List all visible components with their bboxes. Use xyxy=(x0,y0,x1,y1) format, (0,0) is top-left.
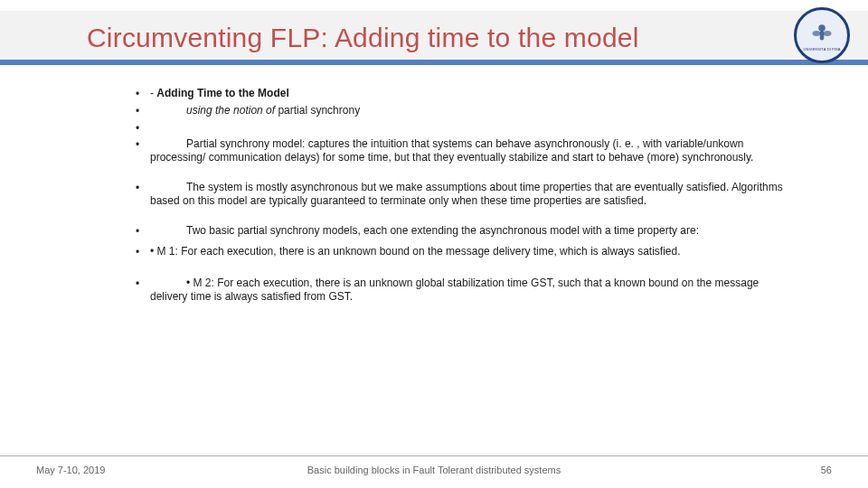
b1-bold: Adding Time to the Model xyxy=(156,87,288,99)
b5-text: Two basic partial synchrony models, each… xyxy=(150,224,796,238)
b2-italic: using the notion of xyxy=(186,104,278,117)
slide: Circumventing FLP: Adding time to the mo… xyxy=(0,0,868,488)
svg-point-1 xyxy=(813,31,821,36)
footer-date: May 7-10, 2019 xyxy=(36,465,105,475)
bullet-marker: • xyxy=(136,121,150,136)
cherub-icon xyxy=(808,20,835,47)
svg-point-2 xyxy=(824,31,832,36)
bullet-marker: • xyxy=(136,104,150,119)
bullet-4: • The system is mostly asynchronous but … xyxy=(136,181,796,208)
b3-text: Partial synchrony model: captures the in… xyxy=(150,137,796,164)
slide-title: Circumventing FLP: Adding time to the mo… xyxy=(0,23,639,53)
bullet-5: • Two basic partial synchrony models, ea… xyxy=(136,224,796,239)
b7-text: • M 2: For each execution, there is an u… xyxy=(150,277,796,304)
b6-text: • M 1: For each execution, there is an u… xyxy=(150,245,796,258)
title-bar: Circumventing FLP: Adding time to the mo… xyxy=(0,11,868,65)
footer-title: Basic building blocks in Fault Tolerant … xyxy=(0,465,868,475)
university-logo: UNIVERSITÀ DI PISA xyxy=(794,7,850,63)
svg-point-0 xyxy=(818,24,826,32)
bullet-marker: • xyxy=(136,181,150,196)
bullet-empty: • xyxy=(136,121,796,136)
slide-body: • - Adding Time to the Model • using the… xyxy=(136,87,796,305)
bullet-7: • • M 2: For each execution, there is an… xyxy=(136,277,796,304)
bullet-marker: • xyxy=(136,137,150,153)
b4-text: The system is mostly asynchronous but we… xyxy=(150,181,796,208)
bullet-1: • - Adding Time to the Model xyxy=(136,87,796,102)
bullet-marker: • xyxy=(136,87,150,102)
b2-tail: partial synchrony xyxy=(278,104,360,117)
bullet-3: • Partial synchrony model: captures the … xyxy=(136,137,796,164)
svg-rect-3 xyxy=(820,31,825,41)
bullet-2: • using the notion of partial synchrony xyxy=(136,104,796,119)
footer: May 7-10, 2019 Basic building blocks in … xyxy=(0,455,868,475)
logo-caption: UNIVERSITÀ DI PISA xyxy=(803,48,840,52)
bullet-marker: • xyxy=(136,245,150,260)
bullet-marker: • xyxy=(136,277,150,292)
slide-number: 56 xyxy=(821,465,832,475)
bullet-marker: • xyxy=(136,224,150,239)
bullet-6: • • M 1: For each execution, there is an… xyxy=(136,245,796,260)
